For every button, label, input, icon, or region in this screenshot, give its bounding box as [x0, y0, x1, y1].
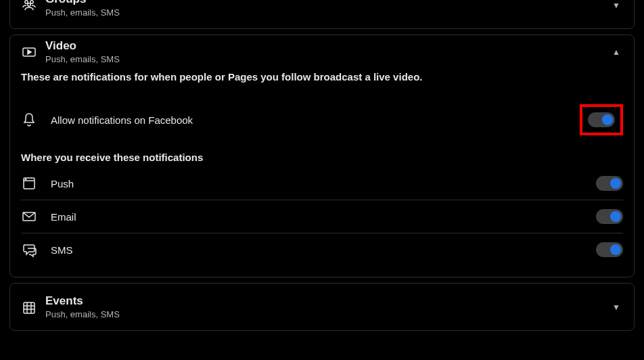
events-section: Events Push, emails, SMS ▼: [9, 283, 635, 331]
video-description: These are notifications for when people …: [21, 71, 623, 83]
video-subtitle: Push, emails, SMS: [45, 54, 612, 64]
highlight-box: [580, 104, 623, 135]
allow-notifications-toggle[interactable]: [588, 112, 615, 127]
groups-title: Groups: [45, 0, 612, 6]
push-toggle[interactable]: [596, 176, 623, 191]
svg-point-0: [25, 0, 28, 3]
push-row: Push: [21, 167, 623, 200]
allow-notifications-row: Allow notifications on Facebook: [21, 96, 623, 143]
email-row: Email: [21, 200, 623, 233]
events-title: Events: [45, 294, 612, 308]
sms-icon: [21, 242, 51, 258]
video-title-wrap: Video Push, emails, SMS: [45, 39, 612, 64]
svg-rect-8: [24, 302, 34, 313]
video-title: Video: [45, 39, 612, 53]
video-header[interactable]: Video Push, emails, SMS ▲: [10, 35, 634, 71]
events-header[interactable]: Events Push, emails, SMS ▼: [10, 284, 634, 330]
video-section: Video Push, emails, SMS ▲ These are noti…: [9, 35, 635, 277]
chevron-down-icon: ▼: [612, 302, 623, 312]
groups-title-wrap: Groups Push, emails, SMS: [45, 0, 612, 18]
toggle-knob: [610, 211, 621, 222]
chevron-up-icon: ▲: [612, 47, 623, 57]
toggle-knob: [602, 114, 613, 125]
events-title-wrap: Events Push, emails, SMS: [45, 294, 612, 319]
email-icon: [21, 208, 51, 225]
push-icon: [21, 175, 51, 192]
toggle-knob: [610, 178, 621, 189]
video-icon: [21, 44, 45, 60]
bell-icon: [21, 112, 51, 128]
chevron-down-icon: ▼: [612, 1, 623, 10]
svg-point-1: [30, 0, 33, 3]
groups-header[interactable]: Groups Push, emails, SMS ▼: [10, 0, 634, 28]
groups-section: Groups Push, emails, SMS ▼: [9, 0, 635, 29]
sms-toggle[interactable]: [596, 242, 623, 257]
email-label: Email: [51, 211, 596, 223]
svg-point-6: [25, 179, 26, 179]
groups-icon: [21, 0, 45, 14]
allow-notifications-label: Allow notifications on Facebook: [51, 114, 580, 126]
sms-row: SMS: [21, 233, 623, 266]
calendar-icon: [21, 299, 45, 315]
video-body: These are notifications for when people …: [10, 71, 634, 277]
events-subtitle: Push, emails, SMS: [45, 309, 612, 319]
svg-point-2: [28, 3, 30, 5]
where-receive-label: Where you receive these notifications: [21, 152, 623, 163]
toggle-knob: [610, 244, 621, 255]
sms-label: SMS: [51, 244, 596, 256]
groups-subtitle: Push, emails, SMS: [45, 7, 612, 18]
email-toggle[interactable]: [596, 209, 623, 224]
push-label: Push: [51, 178, 596, 189]
